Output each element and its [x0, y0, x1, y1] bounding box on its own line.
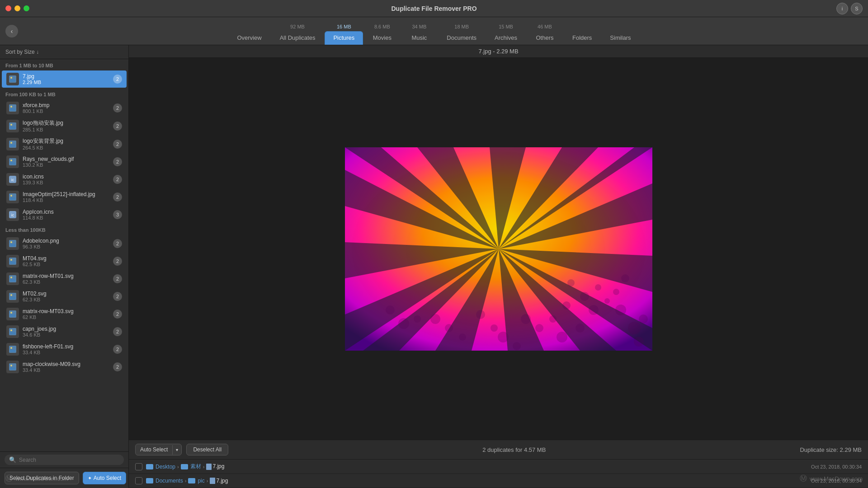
maximize-button[interactable]	[24, 5, 29, 11]
file-info: matrix-row-MT03.svg 62 KB	[23, 308, 111, 320]
window-controls[interactable]	[5, 5, 29, 11]
app-title: Duplicate File Remover PRO	[391, 5, 476, 12]
file-type-icon	[6, 343, 19, 356]
search-input[interactable]	[19, 457, 119, 463]
sidebar-file-item[interactable]: 7.jpg 2.29 MB 2	[2, 70, 127, 88]
svg-point-88	[535, 324, 543, 332]
file-dup-count: 2	[113, 345, 122, 354]
file-dup-count: 2	[113, 239, 122, 248]
sidebar-file-item[interactable]: map-clockwise-M09.svg 33.4 KB 2	[2, 358, 127, 375]
file-name: matrix-row-MT03.svg	[23, 308, 111, 314]
svg-point-102	[628, 322, 641, 334]
path-filename: 7.jpg	[210, 478, 228, 484]
tab-movies[interactable]: 8.6 MB Movies	[364, 24, 400, 45]
search-bar: 🔍	[0, 451, 128, 468]
file-dup-count: 2	[113, 274, 122, 283]
sort-by-control[interactable]: Sort by Size ↓	[0, 45, 128, 59]
sidebar-file-item[interactable]: logo拖动安装.jpg 285.1 KB 2	[2, 117, 127, 135]
table-row[interactable]: Desktop › 素材 › 7.jpg Oct 23, 2018, 00:30…	[129, 460, 868, 474]
tab-label-all-duplicates: All Duplicates	[271, 31, 324, 45]
sidebar-file-item[interactable]: MT04.svg 62.5 KB 2	[2, 253, 127, 270]
file-type-icon	[6, 191, 19, 203]
folder-icon	[181, 464, 188, 469]
svg-point-86	[621, 274, 629, 282]
file-row-checkbox[interactable]	[135, 477, 142, 484]
svg-rect-29	[10, 279, 15, 282]
auto-select-chevron-icon[interactable]: ▾	[172, 445, 181, 455]
svg-rect-1	[10, 80, 15, 82]
close-button[interactable]	[5, 5, 11, 11]
file-type-icon	[6, 237, 19, 250]
main-layout: Sort by Size ↓ From 1 MB to 10 MB 7.jpg …	[0, 45, 868, 488]
sidebar-file-item[interactable]: ic icon.icns 139.3 KB 2	[2, 171, 127, 188]
tab-documents[interactable]: 18 MB Documents	[438, 24, 485, 45]
sidebar-file-item[interactable]: AdobeIcon.png 96.3 KB 2	[2, 235, 127, 252]
sidebar-file-item[interactable]: Rays_new_clouds.gif 130.2 KB 2	[2, 153, 127, 170]
sidebar-file-item[interactable]: xforce.bmp 800.1 KB 2	[2, 99, 127, 117]
file-type-icon	[6, 272, 19, 285]
svg-point-89	[549, 315, 557, 323]
tab-music[interactable]: 34 MB Music	[401, 24, 437, 45]
sidebar-file-item[interactable]: capn_joes.jpg 34.6 KB 2	[2, 323, 127, 340]
content-panel: 7.jpg - 2.29 MB	[129, 45, 868, 488]
svg-point-11	[10, 142, 12, 144]
file-info: map-clockwise-M09.svg 33.4 KB	[23, 361, 111, 373]
file-name: capn_joes.jpg	[23, 326, 111, 332]
svg-text:ic: ic	[11, 178, 14, 182]
svg-point-80	[595, 284, 601, 291]
svg-point-45	[10, 365, 12, 366]
file-rows-container: Desktop › 素材 › 7.jpg Oct 23, 2018, 00:30…	[129, 460, 868, 488]
nav-tabs: ‹ Overview 92 MB All Duplicates 16 MB Pi…	[0, 17, 868, 45]
file-row-date: Oct 23, 2018, 00:30:34	[811, 464, 862, 469]
folder-icon	[188, 478, 195, 483]
tab-archives[interactable]: 15 MB Archives	[486, 24, 526, 45]
file-dup-count: 2	[113, 257, 122, 266]
file-type-icon	[6, 73, 19, 85]
file-size: 2.29 MB	[23, 80, 111, 85]
auto-select-button[interactable]: ✦ Auto Select	[83, 472, 126, 484]
sidebar: Sort by Size ↓ From 1 MB to 10 MB 7.jpg …	[0, 45, 129, 488]
minimize-button[interactable]	[14, 5, 20, 11]
deselect-all-button[interactable]: Deselect All	[186, 444, 228, 455]
tabs-container: Overview 92 MB All Duplicates 16 MB Pict…	[228, 24, 639, 45]
tab-pictures[interactable]: 16 MB Pictures	[325, 24, 363, 45]
file-size: 114.8 KB	[23, 215, 111, 221]
sidebar-file-item[interactable]: matrix-row-MT03.svg 62 KB 2	[2, 305, 127, 323]
path-folder: Documents	[146, 478, 183, 484]
sidebar-file-item[interactable]: fishbone-left-F01.svg 33.4 KB 2	[2, 341, 127, 358]
file-name: logo安装背景.jpg	[23, 137, 111, 145]
path-arrow-icon: ›	[177, 464, 179, 469]
file-row-checkbox[interactable]	[135, 463, 142, 470]
auto-select-dropdown[interactable]: Auto Select ▾	[135, 444, 182, 455]
file-dup-count: 2	[113, 103, 122, 113]
sidebar-file-item[interactable]: matrix-row-MT01.svg 62.3 KB 2	[2, 270, 127, 287]
tab-similars[interactable]: Similars	[601, 29, 639, 45]
path-arrow-icon: ›	[185, 478, 187, 483]
bottom-toolbar: Auto Select ▾ Deselect All 2 duplicates …	[129, 440, 868, 460]
user-icon-s: S	[851, 3, 863, 14]
tab-size-archives: 15 MB	[499, 24, 513, 29]
svg-point-103	[639, 314, 648, 324]
back-button[interactable]: ‹	[5, 25, 18, 38]
auto-select-btn-label[interactable]: Auto Select	[136, 444, 172, 455]
section-header: From 1 MB to 10 MB	[0, 59, 128, 70]
path-folder: 素材	[181, 463, 201, 470]
file-name: 7.jpg	[23, 73, 111, 80]
file-name: xforce.bmp	[23, 102, 111, 108]
file-type-icon: ic	[6, 208, 19, 221]
sidebar-file-item[interactable]: ic AppIcon.icns 114.8 KB 3	[2, 206, 127, 223]
file-size: 34.6 KB	[23, 332, 111, 338]
table-row[interactable]: Documents › pic › 7.jpg Oct 23, 2018, 00…	[129, 474, 868, 488]
tab-size-music: 34 MB	[412, 24, 426, 29]
tab-all-duplicates[interactable]: 92 MB All Duplicates	[271, 24, 324, 45]
sidebar-file-item[interactable]: ImageOptim[2512]-inflated.jpg 118.4 KB 2	[2, 188, 127, 206]
file-info: icon.icns 139.3 KB	[23, 174, 111, 185]
tab-others[interactable]: 46 MB Others	[527, 24, 563, 45]
tab-label-folders: Folders	[564, 31, 600, 45]
tab-folders[interactable]: Folders	[564, 29, 600, 45]
path-arrow-icon: ›	[207, 478, 208, 483]
tab-overview[interactable]: Overview	[228, 29, 270, 45]
sidebar-file-item[interactable]: MT02.svg 62.3 KB 2	[2, 288, 127, 305]
sidebar-file-item[interactable]: logo安装背景.jpg 264.5 KB 2	[2, 135, 127, 153]
file-size: 62.3 KB	[23, 279, 111, 285]
